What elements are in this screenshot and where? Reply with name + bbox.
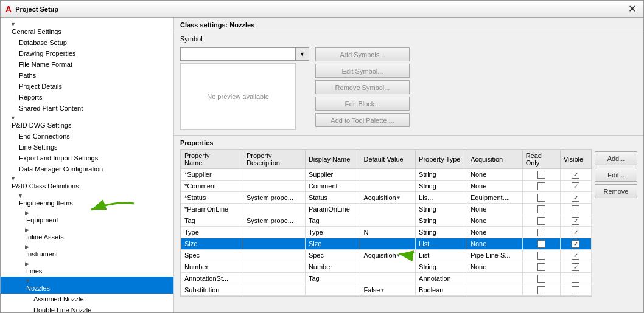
table-row[interactable]: NumberNumberStringNone (181, 261, 592, 273)
tree-label: Shared Plant Content (18, 104, 173, 112)
checkbox[interactable] (537, 171, 545, 179)
table-row[interactable]: TagSystem prope...TagStringNone (181, 215, 592, 227)
tree-label: Instrument (25, 250, 173, 258)
checkbox[interactable] (537, 217, 545, 225)
tree-label: P&ID Class Definitions (10, 182, 173, 190)
close-button[interactable]: ✕ (626, 3, 639, 15)
symbol-label: Symbol (180, 35, 309, 43)
symbol-dropdown-btn[interactable]: ▼ (296, 47, 309, 61)
tree-item-general-settings[interactable]: ▼General Settings (1, 20, 173, 37)
preview-box: No preview available (180, 63, 296, 130)
add-button[interactable]: Add... (595, 151, 637, 165)
tree-label: P&ID DWG Settings (10, 121, 173, 129)
expand-icon: ▼ (10, 21, 18, 27)
window-title: Project Setup (15, 5, 58, 13)
add-symbols-button[interactable]: Add Symbols... (315, 47, 410, 61)
checkbox[interactable] (537, 229, 545, 236)
expand-icon: ▼ (18, 193, 25, 199)
properties-table: PropertyName PropertyDescription Display… (181, 150, 592, 296)
checkbox[interactable] (572, 217, 579, 225)
tree-item-end-connections[interactable]: End Connections (1, 131, 173, 142)
tree-container: ▼General Settings Database Setup Drawing… (1, 20, 173, 312)
tree-item-line-settings[interactable]: Line Settings (1, 142, 173, 153)
expand-icon: ▶ (25, 227, 32, 233)
tree-label: Drawing Properties (18, 49, 173, 58)
tree-item-shared-plant-content[interactable]: Shared Plant Content (1, 103, 173, 114)
tree-item-project-details[interactable]: Project Details (1, 81, 173, 92)
col-property-name: PropertyName (181, 150, 243, 169)
add-to-tool-palette-button[interactable]: Add to Tool Palette ... (315, 113, 410, 127)
tree-item-drawing-properties[interactable]: Drawing Properties (1, 48, 173, 59)
table-row[interactable]: *CommentCommentStringNone (181, 181, 592, 192)
checkbox[interactable] (572, 205, 579, 213)
table-row[interactable]: SizeSizeListNone (181, 238, 592, 250)
cell-dropdown: Acquisition ▼ (363, 252, 412, 259)
tree-item-engineering-items[interactable]: ▼Engineering Items (1, 191, 173, 208)
tree-item-instrument[interactable]: ▶Instrument (1, 242, 173, 260)
tree-item-double-line-nozzle[interactable]: Double Line Nozzle (1, 304, 173, 312)
tree-item-export-import-settings[interactable]: Export and Import Settings (1, 153, 173, 163)
checkbox[interactable] (572, 252, 579, 260)
table-row[interactable]: *SupplierSupplierStringNone (181, 169, 592, 181)
project-setup-window: A Project Setup ✕ ▼General Settings Data… (0, 0, 644, 313)
cell-dropdown: Acquisition ▼ (363, 194, 412, 201)
col-property-description: PropertyDescription (243, 150, 305, 169)
table-row[interactable]: TypeTypeNStringNone (181, 227, 592, 238)
table-row[interactable]: *StatusSystem prope...StatusAcquisition … (181, 192, 592, 204)
col-visible: Visible (560, 150, 591, 169)
checkbox[interactable] (537, 286, 545, 294)
checkbox[interactable] (572, 275, 579, 283)
checkbox[interactable] (572, 229, 579, 236)
remove-symbol-button[interactable]: Remove Symbol... (315, 80, 410, 94)
tree-item-nozzles[interactable]: ▼Nozzles (1, 277, 173, 294)
tree-label: Line Settings (18, 143, 173, 151)
checkbox[interactable] (537, 252, 545, 260)
tree-label: Nozzles (25, 284, 173, 292)
tree-item-data-manager-config[interactable]: Data Manager Configuration (1, 163, 173, 174)
checkbox[interactable] (572, 263, 579, 271)
table-container[interactable]: PropertyName PropertyDescription Display… (180, 149, 592, 297)
table-header-row: PropertyName PropertyDescription Display… (181, 150, 592, 169)
checkbox[interactable] (572, 171, 579, 179)
tree-item-pid-dwg-settings[interactable]: ▼P&ID DWG Settings (1, 114, 173, 131)
symbol-dropdown: ▼ (180, 47, 309, 61)
edit-button[interactable]: Edit... (595, 168, 637, 182)
tree-item-database-setup[interactable]: Database Setup (1, 37, 173, 48)
tree-item-file-name-format[interactable]: File Name Format (1, 59, 173, 70)
checkbox[interactable] (537, 205, 545, 213)
tree-item-equipment[interactable]: ▶Equipment (1, 208, 173, 225)
checkbox[interactable] (537, 194, 545, 202)
preview-text: No preview available (207, 93, 269, 100)
table-row[interactable]: AnnotationSt...TagAnnotation (181, 273, 592, 284)
checkbox[interactable] (572, 240, 579, 248)
col-acquisition: Acquisition (467, 150, 523, 169)
tree-item-inline-assets[interactable]: ▶Inline Assets (1, 225, 173, 242)
edit-symbol-button[interactable]: Edit Symbol... (315, 64, 410, 78)
class-settings-header: Class settings: Nozzles (174, 18, 643, 30)
app-icon: A (5, 4, 12, 14)
checkbox[interactable] (537, 182, 545, 190)
table-row[interactable]: SubstitutionFalse ▼Boolean (181, 284, 592, 296)
checkbox[interactable] (572, 286, 579, 294)
table-row[interactable]: *ParamOnLineParamOnLineStringNone (181, 204, 592, 215)
expand-icon: ▶ (25, 210, 32, 216)
tree-item-lines[interactable]: ▶Lines (1, 260, 173, 277)
edit-block-button[interactable]: Edit Block... (315, 97, 410, 111)
right-buttons: Add... Edit... Remove (595, 149, 637, 297)
cell-dropdown: False ▼ (363, 286, 412, 294)
remove-button[interactable]: Remove (595, 184, 637, 198)
tree-item-pid-class-definitions[interactable]: ▼P&ID Class Definitions (1, 174, 173, 191)
prop-table-wrap: PropertyName PropertyDescription Display… (180, 149, 592, 297)
table-row[interactable]: SpecSpecAcquisition ▼ListPipe Line S... (181, 250, 592, 261)
tree-item-assumed-nozzle[interactable]: Assumed Nozzle (1, 294, 173, 304)
checkbox[interactable] (537, 275, 545, 283)
checkbox[interactable] (537, 263, 545, 271)
tree-item-reports[interactable]: Reports (1, 92, 173, 103)
checkbox[interactable] (537, 240, 545, 248)
checkbox[interactable] (572, 194, 579, 202)
tree-item-paths[interactable]: Paths (1, 70, 173, 81)
symbol-section: Symbol ▼ No preview available Add Symbol… (174, 30, 643, 136)
symbol-select[interactable] (180, 47, 296, 61)
prop-row-container: PropertyName PropertyDescription Display… (180, 149, 637, 297)
checkbox[interactable] (572, 182, 579, 190)
